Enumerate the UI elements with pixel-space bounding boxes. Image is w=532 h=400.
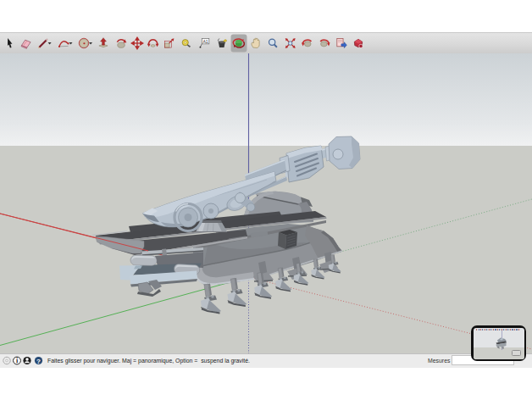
svg-text:A1: A1 (202, 38, 208, 43)
svg-text:?: ? (36, 358, 41, 365)
